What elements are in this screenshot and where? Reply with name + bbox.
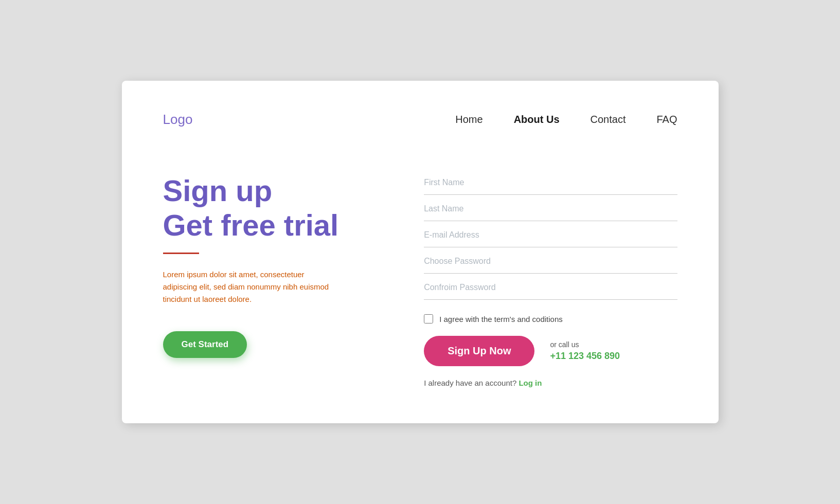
form-fields <box>424 169 677 300</box>
or-call-text: or call us <box>550 340 620 349</box>
hero-title-line2: Get free trial <box>163 208 339 242</box>
navigation: Home About Us Contact FAQ <box>455 114 677 125</box>
phone-number: +11 123 456 890 <box>550 351 620 362</box>
nav-about[interactable]: About Us <box>514 114 560 125</box>
terms-checkbox[interactable] <box>424 314 433 323</box>
hero-description: Lorem ipsum dolor sit amet, consectetuer… <box>163 268 338 305</box>
get-started-button[interactable]: Get Started <box>163 331 247 358</box>
confirm-password-input[interactable] <box>424 274 677 300</box>
terms-row: I agree with the term's and coditions <box>424 314 677 323</box>
password-input[interactable] <box>424 247 677 274</box>
first-name-input[interactable] <box>424 169 677 195</box>
header: Logo Home About Us Contact FAQ <box>163 112 677 128</box>
page-container: Logo Home About Us Contact FAQ Sign up G… <box>122 81 719 423</box>
hero-title: Sign up Get free trial <box>163 174 394 242</box>
login-link[interactable]: Log in <box>519 379 542 387</box>
login-text: I already have an account? <box>424 379 516 387</box>
title-divider <box>163 253 199 254</box>
main-content: Sign up Get free trial Lorem ipsum dolor… <box>163 169 677 387</box>
terms-label: I agree with the term's and coditions <box>439 315 563 323</box>
signup-form: I agree with the term's and coditions Si… <box>424 169 677 387</box>
signup-button[interactable]: Sign Up Now <box>424 336 534 366</box>
nav-faq[interactable]: FAQ <box>656 114 677 125</box>
call-info: or call us +11 123 456 890 <box>550 340 620 362</box>
nav-contact[interactable]: Contact <box>591 114 626 125</box>
action-row: Sign Up Now or call us +11 123 456 890 <box>424 336 677 366</box>
email-input[interactable] <box>424 221 677 247</box>
left-panel: Sign up Get free trial Lorem ipsum dolor… <box>163 169 394 358</box>
hero-title-line1: Sign up <box>163 174 273 207</box>
last-name-input[interactable] <box>424 195 677 221</box>
login-row: I already have an account? Log in <box>424 379 677 387</box>
logo: Logo <box>163 112 193 128</box>
nav-home[interactable]: Home <box>455 114 482 125</box>
